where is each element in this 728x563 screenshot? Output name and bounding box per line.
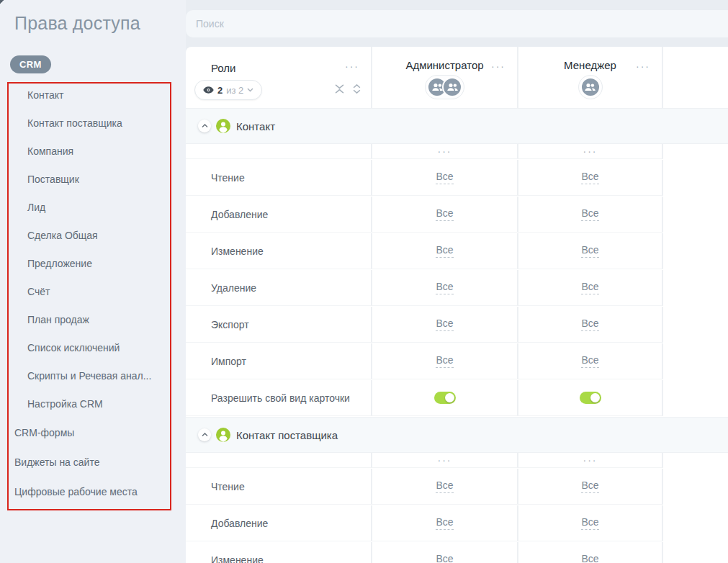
grid-header: Роли ··· 2 из 2: [186, 47, 728, 108]
permission-value-link[interactable]: Все: [581, 244, 598, 258]
grid-view-controls: [335, 84, 361, 94]
role-menu-button[interactable]: ···: [636, 63, 650, 70]
sidebar-root-list: CRM-формыВиджеты на сайтеЦифровые рабочи…: [0, 418, 186, 506]
role-members-avatars[interactable]: [425, 75, 464, 99]
main-area: Роли ··· 2 из 2: [186, 0, 728, 563]
section-subrow: ······: [186, 453, 728, 469]
sidebar-item[interactable]: Скрипты и Речевая анал...: [0, 361, 186, 389]
roles-menu-button[interactable]: ···: [345, 63, 359, 70]
eye-icon: [203, 86, 214, 94]
permission-label: Изменение: [211, 554, 264, 563]
permission-label: Чтение: [211, 172, 245, 184]
sidebar-item[interactable]: Компания: [0, 137, 186, 165]
section-header: Контакт поставщика: [186, 417, 728, 453]
column-menu-button[interactable]: ···: [583, 148, 598, 155]
sidebar-crm-list: КонтактКонтакт поставщикаКомпанияПоставщ…: [0, 81, 186, 418]
toggle-knob: [445, 393, 454, 402]
permission-toggle[interactable]: [580, 392, 601, 404]
table-row: ЭкспортВсеВсе: [186, 307, 728, 343]
column-menu-button[interactable]: ···: [583, 456, 598, 464]
role-column-administrator: Администратор ···: [372, 47, 518, 108]
sidebar-item[interactable]: План продаж: [0, 305, 186, 333]
role-members-avatars[interactable]: [578, 75, 603, 99]
section-header: Контакт: [186, 108, 728, 144]
table-row: Разрешить свой вид карточки: [186, 380, 728, 417]
permission-value-link[interactable]: Все: [581, 281, 598, 294]
role-column-manager: Менеджер ···: [518, 47, 663, 108]
permission-value-link[interactable]: Все: [436, 516, 453, 530]
permission-label: Добавление: [211, 518, 268, 529]
permission-label: Экспорт: [211, 319, 249, 330]
sidebar: Права доступа CRM КонтактКонтакт поставщ…: [0, 0, 186, 563]
sidebar-item[interactable]: Виджеты на сайте: [0, 447, 186, 477]
table-row: ЧтениеВсеВсе: [186, 469, 728, 505]
sidebar-item[interactable]: Сделка Общая: [0, 221, 186, 249]
permission-value-link[interactable]: Все: [436, 479, 453, 493]
permission-value-link[interactable]: Все: [581, 317, 598, 331]
table-row: УдалениеВсеВсе: [186, 270, 728, 307]
roles-filter-button[interactable]: 2 из 2: [194, 80, 262, 100]
chevron-up-icon: [202, 124, 208, 128]
sidebar-item[interactable]: Лид: [0, 193, 186, 221]
collapse-section-button[interactable]: [198, 428, 211, 441]
permission-value-link[interactable]: Все: [581, 553, 598, 563]
expand-all-icon[interactable]: [353, 84, 361, 94]
permission-value-link[interactable]: Все: [436, 207, 453, 221]
chevron-up-icon: [202, 433, 208, 437]
toggle-knob: [590, 393, 600, 402]
permission-label: Разрешить свой вид карточки: [211, 392, 350, 404]
permission-label: Импорт: [211, 356, 246, 367]
grid-sections: Контакт······ЧтениеВсеВсеДобавлениеВсеВс…: [186, 108, 728, 563]
sidebar-item[interactable]: CRM-формы: [0, 418, 186, 447]
table-row: ИмпортВсеВсе: [186, 343, 728, 380]
entity-person-icon: [216, 428, 230, 442]
table-row: ДобавлениеВсеВсе: [186, 505, 728, 542]
permission-value-link[interactable]: Все: [581, 354, 598, 368]
roles-column-header: Роли ··· 2 из 2: [186, 47, 372, 108]
table-row: ИзменениеВсеВсе: [186, 233, 728, 270]
permission-value-link[interactable]: Все: [581, 516, 598, 530]
permission-value-link[interactable]: Все: [436, 281, 453, 294]
section-subrow: ······: [186, 144, 728, 160]
filter-visible-count: 2: [217, 85, 223, 96]
crm-badge: CRM: [10, 55, 51, 73]
column-menu-button[interactable]: ···: [438, 456, 452, 464]
permission-value-link[interactable]: Все: [436, 354, 453, 368]
sidebar-item[interactable]: Предложение: [0, 249, 186, 277]
permission-label: Изменение: [211, 246, 264, 257]
sidebar-item[interactable]: Список исключений: [0, 333, 186, 361]
permission-value-link[interactable]: Все: [581, 207, 598, 221]
permission-value-link[interactable]: Все: [581, 479, 598, 493]
sidebar-item[interactable]: Контакт: [0, 81, 186, 109]
filter-total-label: из 2: [226, 85, 243, 96]
sidebar-item[interactable]: Поставщик: [0, 165, 186, 193]
permission-label: Удаление: [211, 282, 256, 294]
roles-title: Роли: [211, 62, 236, 74]
permission-toggle[interactable]: [434, 392, 456, 404]
chevron-down-icon: [247, 88, 253, 92]
permission-label: Добавление: [211, 209, 268, 220]
permission-value-link[interactable]: Все: [436, 171, 453, 184]
table-row: ИзменениеВсеВсе: [186, 542, 728, 563]
sidebar-item[interactable]: Цифровые рабочие места: [0, 477, 186, 506]
permission-value-link[interactable]: Все: [436, 317, 453, 331]
sidebar-item[interactable]: Контакт поставщика: [0, 109, 186, 137]
sidebar-item[interactable]: Счёт: [0, 277, 186, 305]
permissions-grid: Роли ··· 2 из 2: [186, 47, 728, 563]
column-menu-button[interactable]: ···: [438, 148, 452, 155]
role-menu-button[interactable]: ···: [491, 63, 505, 70]
permission-label: Чтение: [211, 481, 245, 492]
table-row: ДобавлениеВсеВсе: [186, 197, 728, 233]
collapse-section-button[interactable]: [198, 120, 211, 132]
permission-value-link[interactable]: Все: [436, 553, 453, 563]
permission-value-link[interactable]: Все: [581, 171, 598, 184]
sidebar-item[interactable]: Настройка CRM: [0, 389, 186, 418]
table-row: ЧтениеВсеВсе: [186, 160, 728, 197]
collapse-all-icon[interactable]: [335, 84, 344, 94]
permission-value-link[interactable]: Все: [436, 244, 453, 258]
users-group-icon: [442, 77, 462, 97]
entity-person-icon: [216, 119, 230, 133]
corner-mark: [0, 0, 7, 7]
section-title: Контакт: [236, 120, 275, 132]
search-input[interactable]: [186, 10, 728, 37]
